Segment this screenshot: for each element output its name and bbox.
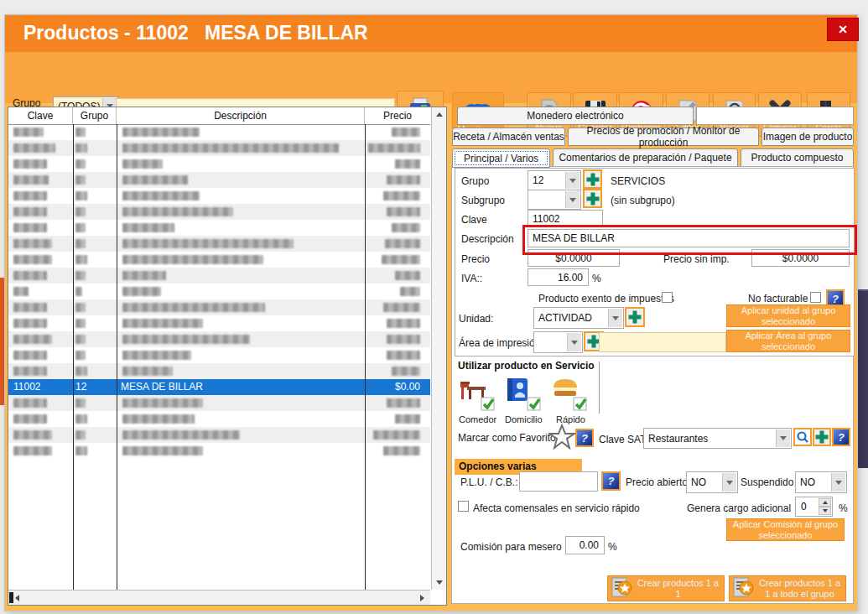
redacted-cell bbox=[400, 287, 420, 296]
search-sat-button[interactable] bbox=[793, 428, 812, 446]
redacted-cell bbox=[368, 143, 420, 153]
aplicar-unidad-button[interactable]: Aplicar unidad al grupo seleccionado bbox=[726, 304, 850, 327]
table-row[interactable] bbox=[8, 220, 430, 236]
table-row[interactable] bbox=[8, 172, 430, 188]
tab-producto-compuesto[interactable]: Producto compuesto bbox=[741, 148, 854, 167]
no-facturable-checkbox[interactable] bbox=[810, 292, 821, 303]
chevron-down-icon[interactable] bbox=[608, 309, 622, 327]
spinner-up-icon[interactable] bbox=[819, 498, 831, 507]
afecta-comensales-checkbox[interactable] bbox=[458, 501, 469, 512]
grid-line bbox=[73, 124, 74, 590]
table-row[interactable] bbox=[8, 124, 430, 140]
tab-monedero[interactable]: Monedero electrónico bbox=[457, 107, 694, 125]
table-row[interactable] bbox=[8, 299, 430, 315]
aplicar-area-button[interactable]: Aplicar Área al grupo seleccionado bbox=[726, 330, 850, 352]
table-row[interactable] bbox=[8, 443, 430, 459]
iva-field[interactable]: 16.00 bbox=[528, 268, 589, 286]
clave-sat-label: Clave SAT bbox=[599, 434, 646, 445]
redacted-cell bbox=[75, 303, 86, 312]
iva-value: 16.00 bbox=[558, 272, 583, 284]
table-row-selected[interactable]: 1100212MESA DE BILLAR$0.00 bbox=[8, 379, 430, 395]
chevron-down-icon[interactable] bbox=[565, 191, 580, 208]
titlebar[interactable]: Productos - 11002 MESA DE BILLAR ✕ bbox=[5, 15, 857, 52]
comision-mesero-field[interactable]: 0.00 bbox=[565, 536, 605, 554]
precio-sin-imp-field[interactable]: $0.0000 bbox=[751, 249, 850, 267]
redacted-cell bbox=[75, 271, 86, 280]
spinner-down-icon[interactable] bbox=[819, 507, 831, 515]
favorito-label: Marcar como Favorito bbox=[458, 432, 556, 444]
redacted-cell bbox=[13, 319, 47, 328]
precio-abierto-combo[interactable]: NO bbox=[686, 471, 738, 493]
redacted-cell bbox=[13, 367, 47, 376]
table-row[interactable] bbox=[8, 268, 430, 284]
exento-checkbox[interactable] bbox=[662, 292, 673, 303]
rapido-icon[interactable] bbox=[551, 377, 588, 412]
table-row[interactable] bbox=[8, 363, 430, 379]
help-icon[interactable]: ? bbox=[575, 429, 594, 447]
redacted-cell bbox=[395, 271, 420, 280]
table-row[interactable] bbox=[8, 411, 430, 427]
table-row[interactable] bbox=[8, 395, 430, 411]
close-button[interactable]: ✕ bbox=[827, 18, 859, 41]
scroll-left-icon[interactable] bbox=[10, 591, 23, 606]
area-impresion-text[interactable] bbox=[599, 332, 726, 352]
chevron-down-icon[interactable] bbox=[567, 333, 581, 351]
tab-imagen[interactable]: Imagen de producto bbox=[761, 127, 854, 146]
table-row[interactable] bbox=[8, 204, 430, 220]
crear-productos-grupo-button[interactable]: Crear productos 1 a 1 a todo el grupo bbox=[729, 575, 846, 601]
grupo-combo[interactable]: 12 bbox=[528, 170, 581, 190]
subgrupo-name: (sin subgrupo) bbox=[611, 195, 675, 206]
unidad-combo[interactable]: ACTIVIDAD bbox=[533, 307, 624, 329]
add-sat-button[interactable] bbox=[813, 428, 831, 446]
suspendido-combo[interactable]: NO bbox=[795, 471, 847, 493]
plu-field[interactable] bbox=[519, 471, 598, 492]
table-row[interactable] bbox=[8, 315, 430, 331]
help-icon[interactable]: ? bbox=[832, 428, 850, 446]
scroll-right-icon[interactable] bbox=[415, 591, 429, 606]
chevron-down-icon[interactable] bbox=[722, 473, 736, 492]
redacted-cell bbox=[13, 175, 49, 185]
redacted-cell bbox=[75, 175, 86, 185]
chevron-down-icon[interactable] bbox=[776, 429, 790, 447]
redacted-cell bbox=[13, 271, 47, 280]
scroll-down-icon[interactable] bbox=[432, 575, 447, 590]
table-row[interactable] bbox=[8, 156, 430, 172]
cargo-adicional-spinner[interactable]: 0 bbox=[795, 497, 833, 517]
aplicar-comision-button[interactable]: Aplicar Comisión al grupo seleccionado bbox=[726, 518, 845, 541]
horizontal-scrollbar[interactable] bbox=[8, 590, 430, 606]
chevron-down-icon[interactable] bbox=[565, 172, 580, 189]
table-row[interactable] bbox=[8, 427, 430, 443]
add-subgrupo-button[interactable] bbox=[583, 189, 602, 208]
redacted-cell bbox=[383, 446, 420, 455]
table-row[interactable] bbox=[8, 284, 430, 299]
clave-sat-combo[interactable]: Restaurantes bbox=[643, 428, 792, 449]
domicilio-icon[interactable] bbox=[505, 377, 542, 412]
clave-field[interactable]: 11002 bbox=[528, 210, 603, 227]
area-impresion-combo[interactable] bbox=[533, 331, 583, 353]
table-row[interactable] bbox=[8, 331, 430, 347]
help-icon[interactable]: ? bbox=[601, 471, 621, 491]
clave-value: 11002 bbox=[533, 213, 559, 225]
add-unidad-button[interactable] bbox=[625, 307, 645, 327]
chevron-down-icon[interactable] bbox=[831, 473, 845, 492]
tab-principal-varios[interactable]: Principal / Varios bbox=[452, 148, 550, 168]
star-icon[interactable] bbox=[548, 424, 575, 450]
table-row[interactable] bbox=[8, 252, 430, 268]
scroll-up-icon[interactable] bbox=[432, 107, 447, 122]
descripcion-field[interactable]: MESA DE BILLAR bbox=[528, 229, 850, 247]
comedor-icon[interactable] bbox=[459, 377, 496, 412]
crear-productos-button[interactable]: Crear productos 1 a 1 bbox=[607, 575, 725, 601]
table-row[interactable] bbox=[8, 140, 430, 156]
precio-abierto-value: NO bbox=[691, 476, 706, 488]
add-grupo-button[interactable] bbox=[583, 169, 602, 189]
divider bbox=[599, 362, 600, 414]
precio-field[interactable]: $0.0000 bbox=[528, 249, 620, 267]
table-row[interactable] bbox=[8, 188, 430, 204]
tab-comentarios[interactable]: Comentarios de preparación / Paquete bbox=[553, 148, 738, 167]
vertical-scrollbar[interactable] bbox=[431, 107, 447, 590]
tab-receta[interactable]: Receta / Almacén ventas bbox=[452, 127, 565, 146]
table-row[interactable] bbox=[8, 347, 430, 363]
subgrupo-combo[interactable] bbox=[528, 190, 581, 210]
tab-precios-promocion[interactable]: Precios de promoción / Monitor de produc… bbox=[568, 127, 759, 146]
table-row[interactable] bbox=[8, 236, 430, 252]
